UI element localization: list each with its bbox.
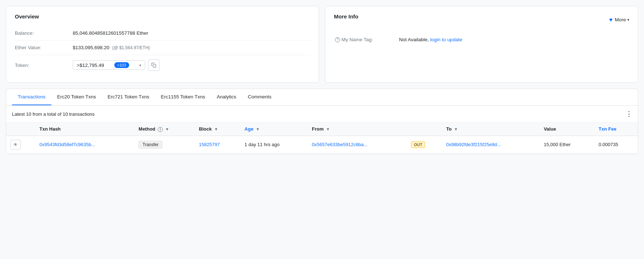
row-to-cell: 0x98b92fde3f215f25e9d...	[442, 136, 539, 153]
th-txn-hash: Txn Hash	[35, 123, 134, 136]
table-header-row: Txn Hash Method i ▼ Block ▼ Age ▼	[6, 123, 638, 136]
more-options-button[interactable]: ⋮	[626, 110, 632, 118]
name-tag-value: Not Available, login to update	[399, 37, 462, 42]
tabs-section: Transactions Erc20 Token Txns Erc721 Tok…	[6, 89, 638, 154]
token-copy-button[interactable]	[148, 59, 160, 71]
block-filter-icon[interactable]: ▼	[214, 127, 218, 131]
transactions-summary: Latest 10 from a total of 10 transaction…	[12, 111, 94, 117]
tab-erc721[interactable]: Erc721 Token Txns	[102, 89, 155, 105]
row-value-cell: 15,000 Ether	[539, 136, 594, 153]
tab-comments[interactable]: Comments	[242, 89, 277, 105]
transactions-table-container: Txn Hash Method i ▼ Block ▼ Age ▼	[6, 123, 638, 154]
favorite-icon[interactable]: ♥	[609, 17, 613, 23]
name-tag-label: ? My Name Tag:	[334, 37, 399, 42]
token-row: Token: >$12,795.49 >103 ▾	[15, 55, 310, 75]
svg-rect-0	[153, 64, 156, 67]
row-eye-button[interactable]: 👁	[10, 140, 21, 150]
more-info-title: More Info	[334, 13, 359, 20]
th-direction	[407, 123, 442, 136]
transactions-table: Txn Hash Method i ▼ Block ▼ Age ▼	[6, 123, 638, 154]
method-badge: Transfer	[139, 141, 162, 149]
row-fee-cell: 0.000735	[594, 136, 638, 153]
ether-value-main: $133,095,698.20	[73, 45, 109, 50]
from-address-link[interactable]: 0x5657e633be5912c6ba...	[312, 142, 368, 147]
overview-title: Overview	[15, 13, 310, 20]
login-to-update-link[interactable]: login to update	[430, 37, 462, 42]
more-label: More	[615, 17, 626, 22]
direction-badge: OUT	[411, 141, 425, 148]
tab-erc20[interactable]: Erc20 Token Txns	[51, 89, 102, 105]
token-value: >$12,795.49 >103 ▾	[73, 59, 160, 71]
th-block: Block ▼	[195, 123, 240, 136]
to-filter-icon[interactable]: ▼	[454, 127, 458, 131]
row-from-cell: 0x5657e633be5912c6ba...	[308, 136, 407, 153]
tab-erc1155[interactable]: Erc1155 Token Txns	[155, 89, 211, 105]
ether-value-row: Ether Value: $133,095,698.20 (@ $1,564.9…	[15, 41, 310, 55]
token-amount: >$12,795.49	[77, 63, 104, 68]
token-label: Token:	[15, 63, 73, 68]
balance-row: Balance: 85,046.80485812601557788 Ether	[15, 26, 310, 41]
row-age-cell: 1 day 11 hrs ago	[240, 136, 308, 153]
row-method-cell: Transfer	[134, 136, 195, 153]
token-dropdown[interactable]: >$12,795.49 >103 ▾	[73, 60, 145, 70]
transactions-info-bar: Latest 10 from a total of 10 transaction…	[6, 106, 638, 123]
txn-fee-link[interactable]: Txn Fee	[598, 126, 616, 132]
balance-label: Balance:	[15, 30, 73, 36]
th-method: Method i ▼	[134, 123, 195, 136]
tab-analytics[interactable]: Analytics	[211, 89, 242, 105]
row-direction-cell: OUT	[407, 136, 442, 153]
th-to: To ▼	[442, 123, 539, 136]
age-filter-icon[interactable]: ▼	[256, 127, 260, 131]
th-from: From ▼	[308, 123, 407, 136]
th-txn-fee: Txn Fee	[594, 123, 638, 136]
row-block-cell: 15825797	[195, 136, 240, 153]
block-link[interactable]: 15825797	[199, 142, 220, 147]
overview-card: Overview Balance: 85,046.804858126015577…	[6, 6, 319, 83]
table-row: 👁 0x9543fd3d58ef7c9635b... Transfer 1582…	[6, 136, 638, 153]
row-hash-cell: 0x9543fd3d58ef7c9635b...	[35, 136, 134, 153]
row-eye-cell: 👁	[6, 136, 35, 153]
balance-value: 85,046.80485812601557788 Ether	[73, 30, 148, 36]
token-dropdown-arrow: ▾	[139, 63, 141, 67]
tabs-header: Transactions Erc20 Token Txns Erc721 Tok…	[6, 89, 638, 106]
age-sort-link[interactable]: Age	[245, 126, 254, 132]
name-tag-row: ? My Name Tag: Not Available, login to u…	[334, 33, 629, 47]
more-chevron-icon: ▾	[627, 18, 629, 22]
ether-value-label: Ether Value:	[15, 45, 73, 50]
txn-hash-link[interactable]: 0x9543fd3d58ef7c9635b...	[39, 142, 95, 147]
tab-transactions[interactable]: Transactions	[12, 89, 51, 105]
from-filter-icon[interactable]: ▼	[326, 127, 330, 131]
th-age: Age ▼	[240, 123, 308, 136]
method-info-icon[interactable]: i	[158, 127, 163, 132]
th-eye	[6, 123, 35, 136]
more-button[interactable]: More ▾	[615, 17, 629, 22]
name-tag-info-icon[interactable]: ?	[335, 37, 340, 42]
to-address-link[interactable]: 0x98b92fde3f215f25e9d...	[446, 142, 501, 147]
th-value: Value	[539, 123, 594, 136]
eth-rate: (@ $1,564.97/ETH)	[112, 45, 150, 50]
more-info-header: More Info ♥ More ▾	[334, 13, 629, 26]
token-badge: >103	[114, 62, 129, 68]
more-info-card: More Info ♥ More ▾ ? My Name Tag: Not Av…	[325, 6, 638, 83]
method-filter-icon[interactable]: ▼	[165, 127, 169, 131]
ether-value-value: $133,095,698.20 (@ $1,564.97/ETH)	[73, 45, 150, 50]
